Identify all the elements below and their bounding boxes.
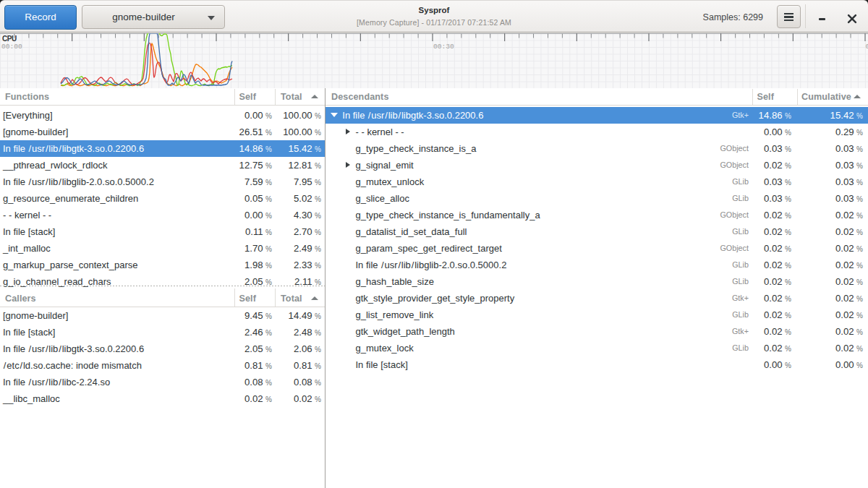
svg-text:00:00: 00:00	[1, 43, 22, 51]
svg-text:01:00: 01:00	[866, 43, 868, 51]
svg-text:00:30: 00:30	[433, 43, 454, 51]
svg-text:CPU: CPU	[2, 35, 17, 43]
